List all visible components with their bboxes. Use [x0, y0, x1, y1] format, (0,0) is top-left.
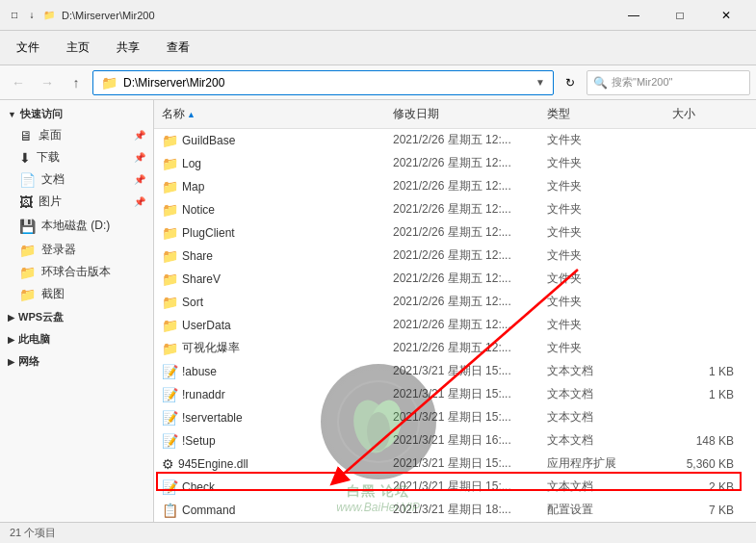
search-box[interactable]: 🔍 搜索"Mir200"	[587, 70, 750, 95]
sidebar-item-huanqiu[interactable]: 📁 环球合击版本	[0, 261, 153, 283]
status-text: 21 个项目	[10, 526, 56, 540]
table-row[interactable]: 📝 !abuse 2021/3/21 星期日 15:... 文本文档 1 KB	[154, 360, 756, 383]
quickaccess-label: 快速访问	[20, 107, 63, 121]
folder1-icon: 📁	[19, 243, 36, 258]
file-type-cell: 文件夹	[539, 293, 665, 311]
file-type-cell: 文件夹	[539, 223, 665, 242]
sort-arrow-icon: ▲	[187, 110, 196, 119]
txt-icon: 📝	[162, 479, 178, 495]
file-type-cell: 文件夹	[539, 131, 665, 149]
col-header-size[interactable]: 大小	[665, 104, 742, 124]
table-row[interactable]: 📁 Sort 2021/2/26 星期五 12:... 文件夹	[154, 291, 756, 314]
table-row[interactable]: 📋 Command 2021/3/21 星期日 18:... 配置设置 7 KB	[154, 499, 756, 522]
folder-icon: 📁	[162, 133, 178, 148]
table-row[interactable]: ⚙ 945Engine.dll 2021/3/21 星期日 15:... 应用程…	[154, 452, 756, 476]
sidebar-section-drives: 💾 本地磁盘 (D:)	[0, 215, 153, 237]
txt-icon: 📝	[162, 364, 178, 379]
status-bar: 21 个项目	[0, 522, 756, 543]
back-button[interactable]: ←	[6, 70, 31, 95]
col-header-name[interactable]: 名称 ▲	[154, 104, 385, 124]
sidebar: ▼ 快速访问 🖥 桌面 📌 ⬇ 下载 📌 📄 文档 📌	[0, 100, 154, 522]
wps-arrow-icon: ▶	[8, 313, 14, 323]
file-size-cell: 1 KB	[665, 364, 742, 379]
file-type-cell: 文本文档	[539, 408, 665, 427]
sidebar-quickaccess-header[interactable]: ▼ 快速访问	[0, 104, 153, 124]
table-row[interactable]: 📁 Log 2021/2/26 星期五 12:... 文件夹	[154, 152, 756, 175]
table-row[interactable]: 📁 PlugClient 2021/2/26 星期五 12:... 文件夹	[154, 221, 756, 245]
file-date-cell: 2021/3/21 星期日 15:...	[385, 385, 539, 403]
tab-file[interactable]: 文件	[4, 33, 52, 63]
sidebar-item-localdisk[interactable]: 💾 本地磁盘 (D:)	[0, 215, 153, 237]
table-row[interactable]: 📁 Share 2021/2/26 星期五 12:... 文件夹	[154, 245, 756, 268]
table-row[interactable]: 📁 UserData 2021/2/26 星期五 12:... 文件夹	[154, 314, 756, 337]
sidebar-section-wps: ▶ WPS云盘	[0, 307, 153, 327]
close-button[interactable]: ✕	[704, 1, 748, 30]
table-row[interactable]: 📁 Map 2021/2/26 星期五 12:... 文件夹	[154, 175, 756, 198]
file-type-cell: 文本文档	[539, 431, 665, 450]
table-row[interactable]: 📁 Notice 2021/2/26 星期五 12:... 文件夹	[154, 198, 756, 221]
file-name-cell: 📁 ShareV	[154, 271, 385, 288]
minimize-button[interactable]: —	[612, 1, 656, 30]
folder3-icon: 📁	[19, 287, 36, 302]
sidebar-item-screenshot[interactable]: 📁 截图	[0, 283, 153, 305]
sidebar-wps-header[interactable]: ▶ WPS云盘	[0, 307, 153, 327]
col-name-label: 名称	[162, 106, 185, 122]
file-date-cell: 2021/3/21 星期日 15:...	[385, 408, 539, 427]
title-bar: □ ↓ 📁 D:\Mirserver\Mir200 — □ ✕	[0, 0, 756, 31]
table-row[interactable]: 📝 Check 2021/3/21 星期日 15:... 文本文档 2 KB	[154, 476, 756, 499]
file-name-text: UserData	[182, 319, 231, 332]
file-size-cell: 5,360 KB	[665, 456, 742, 472]
cfg-icon: 📋	[162, 503, 178, 518]
table-row[interactable]: 📁 ShareV 2021/2/26 星期五 12:... 文件夹	[154, 268, 756, 291]
sidebar-item-downloads[interactable]: ⬇ 下载 📌	[0, 146, 153, 168]
file-date-cell: 2021/3/21 星期日 15:...	[385, 478, 539, 496]
refresh-button[interactable]: ↻	[558, 70, 583, 95]
file-rows-container: 📁 GuildBase 2021/2/26 星期五 12:... 文件夹 📁 L…	[154, 129, 756, 522]
file-name-text: 945Engine.dll	[178, 457, 248, 471]
file-date-cell: 2021/3/21 星期日 18:...	[385, 501, 539, 519]
sidebar-thispc-header[interactable]: ▶ 此电脑	[0, 329, 153, 349]
sidebar-section-network: ▶ 网络	[0, 351, 153, 372]
col-header-type[interactable]: 类型	[539, 104, 665, 124]
sidebar-pictures-label: 图片	[39, 194, 62, 210]
file-size-cell	[665, 140, 742, 142]
up-button[interactable]: ↑	[64, 70, 89, 95]
file-size-cell	[665, 348, 742, 349]
maximize-button[interactable]: □	[658, 1, 702, 30]
file-name-text: Check	[182, 480, 215, 494]
sidebar-section-folders: 📁 登录器 📁 环球合击版本 📁 截图	[0, 239, 153, 305]
folder2-icon: 📁	[19, 265, 36, 280]
txt-icon: 📝	[162, 433, 178, 449]
address-chevron-icon[interactable]: ▼	[535, 77, 545, 88]
file-date-cell: 2021/2/26 星期五 12:...	[385, 131, 539, 149]
file-name-cell: 📁 Sort	[154, 294, 385, 311]
file-date-cell: 2021/2/26 星期五 12:...	[385, 177, 539, 195]
sidebar-item-logindevice[interactable]: 📁 登录器	[0, 239, 153, 261]
folder-icon: 📁	[162, 341, 178, 356]
table-row[interactable]: 📝 !Setup 2021/3/21 星期日 16:... 文本文档 148 K…	[154, 429, 756, 452]
file-type-cell: 文本文档	[539, 478, 665, 496]
tab-view[interactable]: 查看	[154, 33, 202, 63]
tab-share[interactable]: 共享	[104, 33, 152, 63]
file-name-cell: 📁 PlugClient	[154, 224, 385, 242]
file-name-text: Sort	[182, 296, 203, 309]
table-row[interactable]: 📁 GuildBase 2021/2/26 星期五 12:... 文件夹	[154, 129, 756, 152]
txt-icon: 📝	[162, 387, 178, 402]
forward-button[interactable]: →	[35, 70, 60, 95]
file-name-cell: ⚙ 945Engine.dll	[154, 455, 385, 473]
documents-icon: 📄	[19, 172, 36, 188]
pin-icon-3: 📌	[134, 174, 145, 185]
tab-home[interactable]: 主页	[54, 33, 102, 63]
address-bar[interactable]: 📁 D:\Mirserver\Mir200 ▼	[92, 70, 554, 95]
sidebar-item-documents[interactable]: 📄 文档 📌	[0, 168, 153, 191]
table-row[interactable]: 📝 !runaddr 2021/3/21 星期日 15:... 文本文档 1 K…	[154, 383, 756, 406]
file-type-cell: 文件夹	[539, 316, 665, 334]
table-row[interactable]: 📝 !servertable 2021/3/21 星期日 15:... 文本文档	[154, 406, 756, 429]
table-row[interactable]: 📁 可视化爆率 2021/2/26 星期五 12:... 文件夹	[154, 337, 756, 360]
col-header-date[interactable]: 修改日期	[385, 104, 539, 124]
sidebar-item-desktop[interactable]: 🖥 桌面 📌	[0, 124, 153, 146]
dll-icon: ⚙	[162, 456, 174, 472]
sidebar-item-pictures[interactable]: 🖼 图片 📌	[0, 191, 153, 213]
sidebar-network-header[interactable]: ▶ 网络	[0, 351, 153, 372]
ribbon: 文件 主页 共享 查看	[0, 31, 756, 65]
